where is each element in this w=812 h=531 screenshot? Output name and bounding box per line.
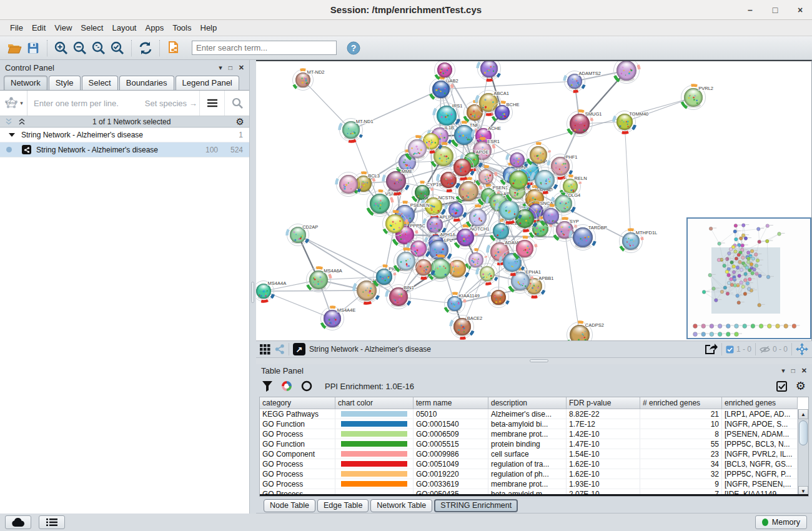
menu-layout[interactable]: Layout: [108, 21, 140, 34]
pan-navigator-icon[interactable]: [796, 343, 808, 355]
network-node[interactable]: [405, 137, 430, 161]
pie-chart-icon[interactable]: [281, 380, 292, 392]
network-node[interactable]: NOTCH1: [454, 226, 490, 249]
tab-edge-table[interactable]: Edge Table: [317, 499, 369, 512]
network-options-gear-icon[interactable]: ⚙: [236, 116, 244, 127]
share-view-icon[interactable]: [275, 344, 285, 354]
tab-legend-panel[interactable]: Legend Panel: [176, 76, 239, 90]
network-node[interactable]: SMUG1: [567, 111, 602, 137]
network-node[interactable]: BACE1: [490, 221, 521, 242]
network-node[interactable]: [513, 237, 537, 261]
network-node[interactable]: [478, 61, 501, 81]
network-row-selected[interactable]: String Network - Alzheimer's disease 100…: [0, 142, 249, 157]
table-settings-gear-icon[interactable]: ⚙: [796, 379, 806, 393]
network-node[interactable]: [507, 168, 531, 192]
menu-select[interactable]: Select: [77, 21, 107, 34]
table-row[interactable]: GO ProcessGO:0033619membrane prot...1.93…: [260, 479, 798, 489]
table-row[interactable]: GO ProcessGO:0006509membrane prot...1.42…: [260, 429, 798, 439]
network-node[interactable]: [527, 144, 550, 167]
table-row[interactable]: KEGG Pathways05010Alzheimer's dise...8.8…: [260, 409, 798, 419]
tab-string-enrichment[interactable]: STRING Enrichment: [434, 499, 518, 512]
memory-button[interactable]: Memory: [755, 515, 807, 529]
table-panel-float-icon[interactable]: □: [791, 367, 795, 374]
network-node[interactable]: [477, 264, 498, 284]
collapse-all-icon[interactable]: [5, 118, 14, 126]
tab-style[interactable]: Style: [49, 76, 81, 90]
menu-help[interactable]: Help: [197, 21, 221, 34]
grid-mode-icon[interactable]: [260, 344, 270, 355]
export-network-icon[interactable]: [704, 343, 718, 355]
panel-splitter[interactable]: [250, 60, 256, 514]
network-node[interactable]: [488, 287, 509, 308]
string-term-placeholder[interactable]: Enter one term per line.: [34, 99, 119, 108]
network-node[interactable]: KIAA1149: [445, 293, 480, 314]
scrollbar-thumb[interactable]: [799, 420, 808, 445]
help-icon[interactable]: ?: [344, 39, 363, 57]
network-node[interactable]: [614, 61, 640, 84]
zoom-selected-icon[interactable]: [108, 39, 127, 57]
table-row[interactable]: GO FunctionGO:0005515protein binding1.47…: [260, 439, 798, 449]
network-node[interactable]: [507, 150, 528, 171]
string-options-icon[interactable]: [199, 91, 224, 116]
network-node[interactable]: [337, 172, 361, 197]
network-node[interactable]: BIN1: [387, 285, 414, 309]
horizontal-splitter[interactable]: [256, 358, 812, 364]
table-scrollbar[interactable]: ▲ ▼: [798, 409, 808, 496]
string-species-label[interactable]: Set species →: [145, 99, 197, 108]
network-node[interactable]: MME: [384, 169, 413, 194]
network-node[interactable]: [467, 206, 490, 229]
tab-boundaries[interactable]: Boundaries: [119, 76, 174, 90]
birds-eye-view[interactable]: [686, 217, 811, 339]
network-node[interactable]: TARDBP: [570, 225, 607, 251]
panel-float-icon[interactable]: □: [229, 64, 232, 71]
string-search-icon[interactable]: [224, 91, 249, 116]
task-history-button[interactable]: [39, 515, 65, 529]
network-node[interactable]: MS4A4E: [321, 307, 356, 330]
tab-network[interactable]: Network: [4, 76, 47, 90]
network-node[interactable]: BACE2: [451, 315, 483, 339]
menu-view[interactable]: View: [51, 21, 76, 34]
network-node[interactable]: [476, 167, 497, 187]
network-node[interactable]: PVRL2: [681, 86, 714, 110]
panel-menu-icon[interactable]: ▾: [219, 64, 222, 72]
network-node[interactable]: TOMM40: [614, 111, 649, 133]
column-header--enriched-genes[interactable]: # enriched genes: [640, 397, 722, 409]
automation-cloud-button[interactable]: [5, 515, 31, 529]
network-node[interactable]: [413, 257, 435, 279]
column-header-chart-color[interactable]: chart color: [335, 397, 413, 409]
network-node[interactable]: [446, 200, 467, 221]
table-panel-menu-icon[interactable]: ▾: [781, 367, 785, 375]
table-row[interactable]: GO ProcessGO:0051049regulation of tra...…: [260, 459, 798, 469]
maximize-button[interactable]: □: [770, 5, 781, 15]
search-input[interactable]: [192, 41, 337, 55]
tab-select[interactable]: Select: [82, 76, 118, 90]
scroll-up-icon[interactable]: ▲: [798, 409, 808, 419]
column-header-FDR-p-value[interactable]: FDR p-value: [567, 397, 640, 409]
column-header-description[interactable]: description: [488, 397, 567, 409]
network-collection-row[interactable]: String Network - Alzheimer's disease 1: [0, 128, 249, 142]
tab-network-table[interactable]: Network Table: [370, 499, 432, 512]
network-node[interactable]: [540, 206, 562, 227]
string-logo-icon[interactable]: STRING ▾: [0, 91, 27, 116]
network-node[interactable]: MT-ND2: [293, 69, 325, 90]
network-node[interactable]: [532, 167, 558, 193]
menu-tools[interactable]: Tools: [169, 21, 195, 34]
network-node[interactable]: MTHFD1L: [620, 230, 658, 253]
network-node[interactable]: MS4A6A: [307, 268, 342, 292]
network-node[interactable]: [394, 249, 418, 274]
network-node[interactable]: [383, 212, 407, 236]
tree-expand-icon[interactable]: [9, 132, 15, 137]
network-node[interactable]: CADPS2: [567, 322, 604, 341]
table-row[interactable]: GO ComponentGO:0009986cell surface1.54E-…: [260, 449, 798, 459]
zoom-out-icon[interactable]: [71, 39, 89, 57]
panel-close-icon[interactable]: ✕: [239, 64, 244, 72]
network-canvas[interactable]: MT-ND2MT-ND1VSNL1CD2APMS4A6AMS4A4AMS4A4E…: [256, 60, 812, 340]
select-rows-icon[interactable]: [776, 381, 787, 392]
network-node[interactable]: [435, 61, 455, 81]
save-session-icon[interactable]: [24, 39, 42, 57]
filter-icon[interactable]: [262, 381, 272, 392]
menu-apps[interactable]: Apps: [142, 21, 168, 34]
network-node[interactable]: [451, 156, 474, 179]
network-node[interactable]: GAB2: [430, 78, 458, 101]
zoom-fit-icon[interactable]: [89, 39, 108, 57]
